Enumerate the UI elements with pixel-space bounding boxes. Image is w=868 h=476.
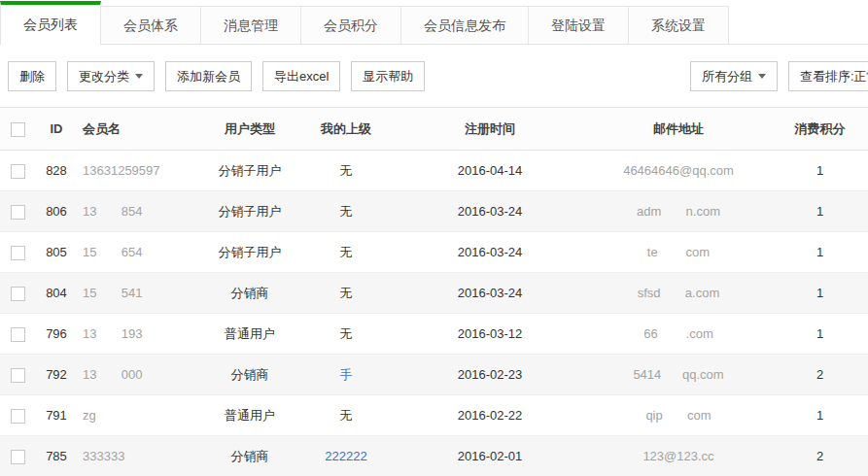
- toolbar-left-button-2[interactable]: 添加新会员: [165, 61, 252, 91]
- row-checkbox[interactable]: [11, 327, 25, 342]
- cell-member-name: 13 193: [78, 314, 202, 355]
- tab-5[interactable]: 登陆设置: [528, 6, 629, 44]
- tab-2[interactable]: 消息管理: [200, 6, 301, 44]
- tab-bar: 会员列表会员体系消息管理会员积分会员信息发布登陆设置系统设置: [0, 0, 868, 45]
- tab-3[interactable]: 会员积分: [300, 6, 401, 44]
- cell-member-id: 791: [35, 395, 78, 436]
- row-checkbox-cell: [0, 314, 35, 355]
- button-label: 导出excel: [274, 68, 329, 85]
- row-checkbox-cell: [0, 436, 35, 476]
- row-checkbox-cell: [0, 355, 35, 395]
- row-checkbox[interactable]: [11, 409, 25, 424]
- button-label: 更改分类: [79, 68, 129, 85]
- cell-register-date: 2016-03-24: [395, 191, 585, 232]
- cell-upline: 无: [297, 151, 395, 191]
- row-checkbox[interactable]: [11, 287, 25, 301]
- cell-email: te com: [585, 232, 772, 273]
- cell-points: 2: [772, 355, 868, 395]
- tab-label: 系统设置: [651, 17, 706, 33]
- column-header-0: ID: [35, 108, 78, 151]
- table-row: 828 13631259597 分销子用户 无 2016-04-14 46464…: [0, 151, 868, 191]
- cell-upline: 无: [297, 314, 395, 355]
- cell-email: 5414 qq.com: [585, 355, 772, 395]
- button-label: 查看排序:正常排序: [800, 68, 868, 85]
- cell-user-type: 分销子用户: [202, 191, 297, 232]
- cell-register-date: 2016-03-12: [395, 314, 585, 355]
- column-header-2: 用户类型: [202, 108, 297, 151]
- upline-link[interactable]: 手: [297, 355, 395, 395]
- tab-label: 会员信息发布: [424, 17, 505, 33]
- toolbar-left-group: 删除更改分类添加新会员导出excel显示帮助: [8, 61, 425, 91]
- cell-user-type: 分销商: [202, 273, 297, 314]
- cell-member-id: 796: [35, 314, 78, 355]
- member-table: ID会员名用户类型我的上级注册时间邮件地址消费积分 828 1363125959…: [0, 107, 868, 476]
- cell-member-id: 792: [35, 355, 78, 395]
- button-label: 所有分组: [702, 68, 752, 85]
- cell-email: 46464646@qq.com: [585, 151, 772, 191]
- cell-member-name: 13 000: [78, 355, 202, 395]
- toolbar-right-button-0[interactable]: 所有分组: [690, 61, 778, 91]
- cell-points: 1: [772, 191, 868, 232]
- row-checkbox[interactable]: [11, 368, 25, 383]
- row-checkbox-cell: [0, 191, 35, 232]
- column-header-5: 邮件地址: [585, 108, 772, 151]
- upline-link[interactable]: 222222: [297, 436, 395, 476]
- cell-user-type: 分销商: [202, 436, 297, 476]
- cell-user-type: 普通用户: [202, 395, 297, 436]
- button-label: 删除: [19, 68, 45, 85]
- tab-label: 会员积分: [324, 17, 378, 33]
- tab-6[interactable]: 系统设置: [628, 6, 729, 44]
- member-admin-page: 会员列表会员体系消息管理会员积分会员信息发布登陆设置系统设置 删除更改分类添加新…: [0, 0, 868, 476]
- cell-points: 1: [772, 395, 868, 436]
- cell-upline: 无: [297, 191, 395, 232]
- cell-member-id: 785: [35, 436, 78, 476]
- row-checkbox[interactable]: [11, 450, 25, 464]
- cell-register-date: 2016-02-23: [395, 355, 585, 395]
- button-label: 显示帮助: [363, 68, 413, 85]
- row-checkbox-cell: [0, 232, 35, 273]
- toolbar-right-button-1[interactable]: 查看排序:正常排序: [788, 61, 868, 91]
- column-header-3: 我的上级: [297, 108, 395, 151]
- cell-upline: 无: [297, 395, 395, 436]
- cell-member-name: 13 854: [78, 191, 202, 232]
- row-checkbox[interactable]: [11, 164, 25, 179]
- caret-down-icon: [135, 74, 143, 79]
- row-checkbox[interactable]: [11, 246, 25, 260]
- tab-4[interactable]: 会员信息发布: [400, 6, 529, 44]
- cell-member-id: 805: [35, 232, 78, 273]
- table-row: 785 333333 分销商 222222 2016-02-01 123@123…: [0, 436, 868, 476]
- cell-register-date: 2016-02-01: [395, 436, 585, 476]
- table-row: 791 zg 普通用户 无 2016-02-22 qip com 1: [0, 395, 868, 436]
- tab-0[interactable]: 会员列表: [0, 1, 101, 45]
- cell-user-type: 分销子用户: [202, 232, 297, 273]
- column-header-1: 会员名: [78, 108, 202, 151]
- row-checkbox[interactable]: [11, 205, 25, 220]
- caret-down-icon: [758, 74, 766, 79]
- cell-register-date: 2016-03-24: [395, 232, 585, 273]
- toolbar-right-group: 所有分组查看排序:正常排序: [690, 61, 868, 91]
- button-label: 添加新会员: [177, 68, 240, 85]
- toolbar-left-button-0[interactable]: 删除: [8, 61, 56, 91]
- cell-register-date: 2016-04-14: [395, 151, 585, 191]
- cell-upline: 无: [297, 232, 395, 273]
- toolbar-left-button-3[interactable]: 导出excel: [262, 61, 340, 91]
- cell-register-date: 2016-02-22: [395, 395, 585, 436]
- select-all-checkbox[interactable]: [11, 122, 25, 137]
- cell-email: 66 .com: [585, 314, 772, 355]
- cell-upline: 无: [297, 273, 395, 314]
- row-checkbox-cell: [0, 151, 35, 191]
- cell-member-name: 15 654: [78, 232, 202, 273]
- cell-user-type: 普通用户: [202, 314, 297, 355]
- cell-member-id: 806: [35, 191, 78, 232]
- toolbar-left-button-4[interactable]: 显示帮助: [351, 61, 425, 91]
- select-all-cell: [0, 108, 35, 151]
- table-row: 805 15 654 分销子用户 无 2016-03-24 te com 1: [0, 232, 868, 273]
- table-body: 828 13631259597 分销子用户 无 2016-04-14 46464…: [0, 151, 868, 476]
- cell-points: 1: [772, 151, 868, 191]
- cell-user-type: 分销商: [202, 355, 297, 395]
- column-header-6: 消费积分: [772, 108, 868, 151]
- cell-member-name: 333333: [78, 436, 202, 476]
- tab-1[interactable]: 会员体系: [100, 6, 201, 44]
- cell-email: qip com: [585, 395, 772, 436]
- toolbar-left-button-1[interactable]: 更改分类: [67, 61, 155, 91]
